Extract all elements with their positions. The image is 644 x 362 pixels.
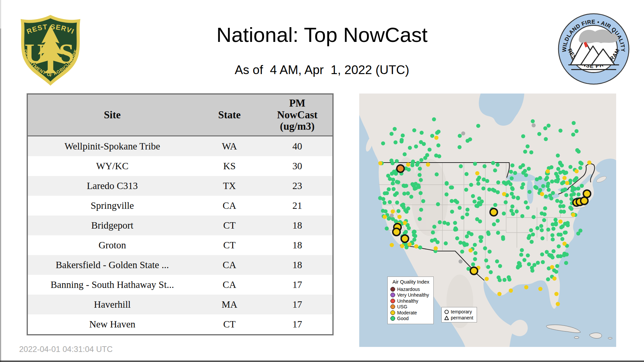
- value-cell: 23: [262, 176, 333, 196]
- monitor-dot-good: [442, 221, 446, 225]
- monitor-dot-good: [492, 222, 496, 226]
- monitor-dot-good: [575, 129, 579, 133]
- us-aqi-map: [359, 94, 616, 347]
- monitor-dot-moderate: [562, 176, 567, 180]
- monitor-dot-good: [487, 187, 491, 191]
- monitor-dot-good: [529, 150, 533, 155]
- monitor-dot-good: [558, 161, 562, 165]
- monitor-dot-good: [559, 225, 564, 229]
- monitor-dot-good: [487, 232, 491, 236]
- monitor-dot-good: [512, 195, 516, 199]
- monitor-dot-good: [420, 131, 424, 135]
- monitor-dot-good: [418, 167, 422, 171]
- monitor-dot-good: [545, 250, 549, 254]
- monitor-dot-moderate: [408, 242, 412, 246]
- monitor-dot-good: [511, 204, 515, 208]
- monitor-dot-good: [556, 254, 560, 258]
- monitor-dot-moderate: [509, 289, 513, 293]
- monitor-dot-good: [521, 163, 525, 167]
- top-site-marker: [581, 197, 588, 204]
- monitor-dot-good: [453, 221, 457, 225]
- monitor-dot-good: [458, 206, 462, 210]
- monitor-dot-good: [504, 182, 508, 186]
- monitor-dot-good: [413, 234, 417, 238]
- monitor-dot-good: [556, 177, 560, 181]
- monitor-dot-good: [406, 191, 410, 195]
- monitor-dot-good: [453, 228, 457, 232]
- table-row: HaverhillMA17: [28, 295, 333, 314]
- monitor-dot-moderate: [475, 171, 479, 175]
- monitor-dot-good: [485, 179, 489, 183]
- monitor-dot-good: [391, 181, 395, 185]
- site-cell: Bridgeport: [28, 216, 197, 235]
- page-subtitle: As of 4 AM, Apr 1, 2022 (UTC): [0, 63, 644, 77]
- monitor-dot-good: [516, 196, 520, 200]
- monitor-dot-good: [461, 216, 465, 220]
- monitor-dot-good: [419, 178, 423, 182]
- monitor-dot-good: [560, 237, 565, 241]
- monitor-dot-good: [553, 218, 557, 222]
- monitor-dot-good: [571, 185, 575, 189]
- monitor-dot-good: [385, 191, 389, 195]
- monitor-dot-good: [407, 168, 411, 172]
- monitor-dot-good: [531, 119, 535, 123]
- monitor-dot-good: [400, 203, 404, 207]
- monitor-dot-good: [576, 187, 580, 191]
- monitor-dot-good: [465, 243, 469, 247]
- monitor-dot-good: [406, 206, 410, 210]
- monitor-dot-good: [550, 180, 554, 184]
- monitor-dot-moderate: [414, 244, 418, 248]
- monitor-dot-good: [543, 126, 547, 130]
- value-cell: 17: [262, 295, 333, 314]
- monitor-dot-good: [518, 264, 522, 268]
- monitor-dot-moderate: [556, 302, 560, 306]
- monitor-dot-moderate: [587, 161, 591, 165]
- monitor-dot-moderate: [497, 292, 501, 296]
- monitor-dot-good: [414, 186, 418, 190]
- monitor-dot-good: [486, 265, 490, 269]
- monitor-dot-moderate: [403, 221, 407, 225]
- monitor-dot-good: [496, 180, 500, 184]
- monitor-dot-good: [508, 182, 513, 186]
- monitor-dot-good: [402, 152, 407, 156]
- monitor-dot-good: [544, 137, 548, 141]
- monitor-dot-moderate: [397, 215, 401, 219]
- state-cell: TX: [197, 176, 262, 196]
- table-row: GrotonCT18: [28, 235, 333, 255]
- generated-timestamp: 2022-04-01 04:31:04 UTC: [19, 345, 113, 354]
- state-cell: CA: [197, 255, 262, 275]
- monitor-dot-good: [513, 171, 517, 175]
- monitor-dot-good: [393, 140, 397, 144]
- monitor-dot-good: [578, 166, 582, 170]
- monitor-dot-good: [527, 262, 531, 266]
- monitor-dot-good: [473, 162, 477, 166]
- monitor-dot-gray: [532, 123, 536, 127]
- monitor-dot-good: [459, 164, 463, 168]
- monitor-dot-good: [564, 231, 568, 235]
- monitor-dot-good: [432, 117, 436, 121]
- table-row: Laredo C313TX23: [28, 176, 333, 196]
- monitor-dot-moderate: [552, 277, 556, 281]
- monitor-dot-good: [538, 188, 542, 192]
- monitor-dot-good: [385, 227, 389, 231]
- monitor-dot-good: [544, 194, 548, 198]
- monitor-dot-good: [450, 199, 454, 203]
- monitor-dot-good: [444, 192, 448, 196]
- monitor-dot-good: [419, 158, 423, 162]
- monitor-dot-good: [569, 165, 573, 169]
- col-header-pm-line2: NowCast: [263, 109, 332, 121]
- site-cell: New Haven: [28, 314, 197, 335]
- col-header-site: Site: [28, 94, 197, 136]
- monitor-dot-good: [564, 261, 568, 265]
- monitor-dot-moderate: [565, 181, 569, 185]
- monitor-dot-good: [432, 225, 436, 229]
- monitor-dot-good: [497, 276, 501, 280]
- top-site-marker: [490, 208, 497, 216]
- monitor-dot-good: [520, 214, 524, 218]
- monitor-dot-good: [414, 144, 418, 148]
- monitor-dot-good: [414, 182, 418, 186]
- monitor-dot-good: [460, 250, 464, 254]
- monitor-dot-good: [435, 131, 439, 135]
- monitor-dot-good: [504, 200, 508, 204]
- monitor-dot-good: [526, 253, 530, 257]
